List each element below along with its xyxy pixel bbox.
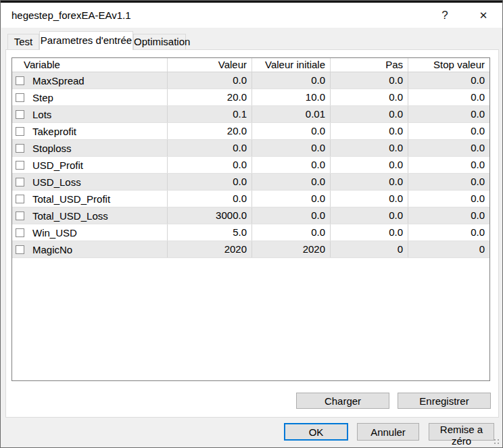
parameters-table: Variable Valeur Valeur initiale Pas Stop… <box>11 57 490 381</box>
variable-cell: USD_Profit <box>12 157 168 173</box>
row-checkbox[interactable] <box>16 93 24 102</box>
stop-valeur-cell[interactable]: 0.0 <box>408 191 489 207</box>
variable-name: MaxSpread <box>32 73 85 89</box>
pas-cell[interactable]: 0.0 <box>331 89 408 105</box>
title-bar[interactable]: hegestep_forexEA-EAv1.1 ? ✕ <box>1 3 503 28</box>
variable-name: MagicNo <box>32 242 72 257</box>
stop-valeur-cell[interactable]: 0.0 <box>408 157 489 173</box>
table-row[interactable]: USD_Loss 0.0 0.0 0.0 0.0 <box>12 174 489 191</box>
variable-name: Win_USD <box>32 225 77 241</box>
valeur-cell[interactable]: 5.0 <box>168 224 252 241</box>
valeur-initiale-cell[interactable]: 0.0 <box>252 123 331 139</box>
table-row[interactable]: USD_Profit 0.0 0.0 0.0 0.0 <box>12 157 489 174</box>
pas-cell[interactable]: 0.0 <box>331 140 408 156</box>
valeur-initiale-cell[interactable]: 0.0 <box>252 174 331 190</box>
table-row[interactable]: Win_USD 5.0 0.0 0.0 0.0 <box>12 224 489 241</box>
valeur-cell[interactable]: 0.0 <box>168 157 252 173</box>
row-checkbox[interactable] <box>16 211 24 220</box>
valeur-cell[interactable]: 0.1 <box>168 106 252 122</box>
valeur-cell[interactable]: 0.0 <box>168 191 252 207</box>
valeur-cell[interactable]: 20.0 <box>168 89 252 105</box>
variable-name: USD_Profit <box>32 157 83 173</box>
valeur-initiale-cell[interactable]: 0.0 <box>252 207 331 224</box>
table-row[interactable]: Lots 0.1 0.01 0.0 0.0 <box>12 106 489 123</box>
row-checkbox[interactable] <box>16 127 24 136</box>
table-row[interactable]: Stoploss 0.0 0.0 0.0 0.0 <box>12 140 489 157</box>
table-row[interactable]: MaxSpread 0.0 0.0 0.0 0.0 <box>12 72 489 89</box>
valeur-initiale-cell[interactable]: 0.0 <box>252 72 331 89</box>
valeur-initiale-cell[interactable]: 10.0 <box>252 89 331 105</box>
row-checkbox[interactable] <box>16 110 24 119</box>
valeur-cell[interactable]: 20.0 <box>168 123 252 139</box>
table-row[interactable]: MagicNo 2020 2020 0 0 <box>12 241 489 258</box>
annuler-button[interactable]: Annuler <box>357 423 419 441</box>
tab-optimisation[interactable]: Optimisation <box>133 34 186 49</box>
variable-cell: Total_USD_Loss <box>12 207 168 224</box>
stop-valeur-cell[interactable]: 0.0 <box>408 224 489 241</box>
valeur-initiale-cell[interactable]: 0.01 <box>252 106 331 122</box>
valeur-initiale-cell[interactable]: 0.0 <box>252 140 331 156</box>
ok-button[interactable]: OK <box>284 423 348 441</box>
variable-cell: Takeprofit <box>12 123 168 139</box>
row-checkbox[interactable] <box>16 245 24 254</box>
table-row[interactable]: Total_USD_Profit 0.0 0.0 0.0 0.0 <box>12 191 489 207</box>
column-header-pas: Pas <box>331 58 408 72</box>
tab-parametres-entree[interactable]: Parametres d'entrée <box>39 31 133 50</box>
stop-valeur-cell[interactable]: 0.0 <box>408 106 489 122</box>
row-checkbox[interactable] <box>16 144 24 153</box>
stop-valeur-cell[interactable]: 0.0 <box>408 207 489 224</box>
row-checkbox[interactable] <box>16 178 24 186</box>
column-header-valeur: Valeur <box>168 58 252 72</box>
table-row[interactable]: Takeprofit 20.0 0.0 0.0 0.0 <box>12 123 489 140</box>
enregistrer-button[interactable]: Enregistrer <box>398 393 491 409</box>
variable-name: Total_USD_Profit <box>32 191 110 207</box>
row-checkbox[interactable] <box>16 228 24 237</box>
resize-grip-icon[interactable] <box>494 439 500 445</box>
variable-name: Stoploss <box>32 141 72 156</box>
pas-cell[interactable]: 0.0 <box>331 207 408 224</box>
stop-valeur-cell[interactable]: 0.0 <box>408 123 489 139</box>
variable-name: Step <box>32 90 53 105</box>
valeur-initiale-cell[interactable]: 0.0 <box>252 224 331 241</box>
pas-cell[interactable]: 0.0 <box>331 191 408 207</box>
pas-cell[interactable]: 0.0 <box>331 72 408 89</box>
pas-cell[interactable]: 0.0 <box>331 106 408 122</box>
tab-test[interactable]: Test <box>7 34 39 49</box>
stop-valeur-cell[interactable]: 0.0 <box>408 140 489 156</box>
row-checkbox[interactable] <box>16 161 24 170</box>
pas-cell[interactable]: 0.0 <box>331 224 408 241</box>
pas-cell[interactable]: 0.0 <box>331 157 408 173</box>
valeur-cell[interactable]: 2020 <box>168 241 252 257</box>
valeur-cell[interactable]: 0.0 <box>168 174 252 190</box>
column-header-valeur-initiale: Valeur initiale <box>252 58 331 72</box>
valeur-cell[interactable]: 3000.0 <box>168 207 252 224</box>
valeur-cell[interactable]: 0.0 <box>168 140 252 156</box>
variable-cell: Total_USD_Profit <box>12 191 168 207</box>
help-icon[interactable]: ? <box>434 3 456 28</box>
stop-valeur-cell[interactable]: 0.0 <box>408 72 489 89</box>
variable-name: Total_USD_Loss <box>32 208 108 224</box>
remise-a-zero-button[interactable]: Remise a zéro <box>429 423 494 441</box>
row-checkbox[interactable] <box>16 76 24 85</box>
table-row[interactable]: Step 20.0 10.0 0.0 0.0 <box>12 89 489 106</box>
pas-cell[interactable]: 0.0 <box>331 174 408 190</box>
stop-valeur-cell[interactable]: 0.0 <box>408 89 489 105</box>
close-icon[interactable]: ✕ <box>473 3 494 28</box>
valeur-initiale-cell[interactable]: 0.0 <box>252 191 331 207</box>
valeur-cell[interactable]: 0.0 <box>168 72 252 89</box>
variable-cell: Lots <box>12 106 168 122</box>
valeur-initiale-cell[interactable]: 2020 <box>252 241 331 257</box>
variable-name: Lots <box>32 107 51 122</box>
valeur-initiale-cell[interactable]: 0.0 <box>252 157 331 173</box>
variable-cell: USD_Loss <box>12 174 168 190</box>
stop-valeur-cell[interactable]: 0 <box>408 241 489 257</box>
pas-cell[interactable]: 0 <box>331 241 408 257</box>
variable-cell: MaxSpread <box>12 72 168 89</box>
stop-valeur-cell[interactable]: 0.0 <box>408 174 489 190</box>
table-row[interactable]: Total_USD_Loss 3000.0 0.0 0.0 0.0 <box>12 207 489 224</box>
charger-button[interactable]: Charger <box>296 393 389 409</box>
pas-cell[interactable]: 0.0 <box>331 123 408 139</box>
row-checkbox[interactable] <box>16 195 24 203</box>
table-body: MaxSpread 0.0 0.0 0.0 0.0 Step 20.0 10.0… <box>12 72 489 258</box>
variable-name: Takeprofit <box>32 124 76 139</box>
